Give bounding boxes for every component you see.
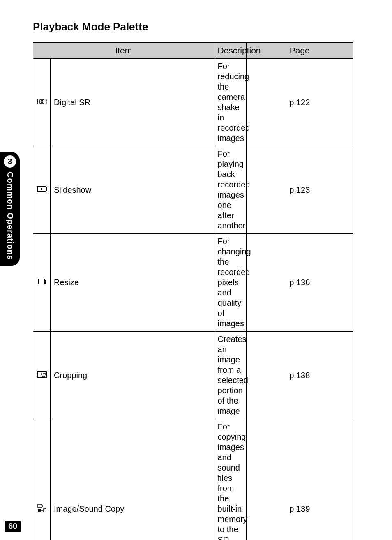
item-desc: For copying images and sound files from … <box>214 419 246 540</box>
chapter-label: Common Operations <box>5 172 15 260</box>
resize-icon <box>33 234 51 332</box>
svg-point-1 <box>41 100 43 102</box>
page-number: 60 <box>5 521 21 532</box>
content: Playback Mode Palette Item Description P… <box>33 21 353 540</box>
table-row: Resize For changing the recorded pixels … <box>33 234 353 332</box>
item-desc: Creates an image from a selected portion… <box>214 332 246 419</box>
item-page: p.138 <box>246 332 353 419</box>
sidebar: 3 Common Operations 60 <box>0 0 20 540</box>
item-name: Cropping <box>51 332 214 419</box>
cropping-icon <box>33 332 51 419</box>
item-page: p.123 <box>246 146 353 234</box>
header-item: Item <box>33 43 214 59</box>
item-name: Slideshow <box>51 146 214 234</box>
svg-rect-0 <box>40 99 44 104</box>
svg-rect-11 <box>38 509 41 512</box>
item-page: p.122 <box>246 59 353 146</box>
item-name: Digital SR <box>51 59 214 146</box>
palette-table: Item Description Page Digital SR For red… <box>33 42 353 540</box>
svg-rect-9 <box>42 374 46 376</box>
item-name: Resize <box>51 234 214 332</box>
item-page: p.139 <box>246 419 353 540</box>
digital-sr-icon <box>33 59 51 146</box>
item-desc: For changing the recorded pixels and qua… <box>214 234 246 332</box>
chapter-tab: 3 Common Operations <box>0 152 20 266</box>
item-desc: For reducing the camera shake in recorde… <box>214 59 246 146</box>
image-sound-copy-icon <box>33 419 51 540</box>
svg-marker-3 <box>41 188 43 190</box>
chapter-number: 3 <box>4 155 16 168</box>
svg-rect-12 <box>44 509 46 512</box>
table-row: Digital SR For reducing the camera shake… <box>33 59 353 146</box>
section-title: Playback Mode Palette <box>33 21 353 33</box>
table-row: Image/Sound Copy For copying images and … <box>33 419 353 540</box>
header-page: Page <box>246 43 353 59</box>
svg-rect-7 <box>39 279 44 284</box>
svg-rect-10 <box>38 504 42 507</box>
slideshow-icon <box>33 146 51 234</box>
table-row: Cropping Creates an image from a selecte… <box>33 332 353 419</box>
item-name: Image/Sound Copy <box>51 419 214 540</box>
item-desc: For playing back recorded images one aft… <box>214 146 246 234</box>
item-page: p.136 <box>246 234 353 332</box>
header-desc: Description <box>214 43 246 59</box>
table-row: Slideshow For playing back recorded imag… <box>33 146 353 234</box>
